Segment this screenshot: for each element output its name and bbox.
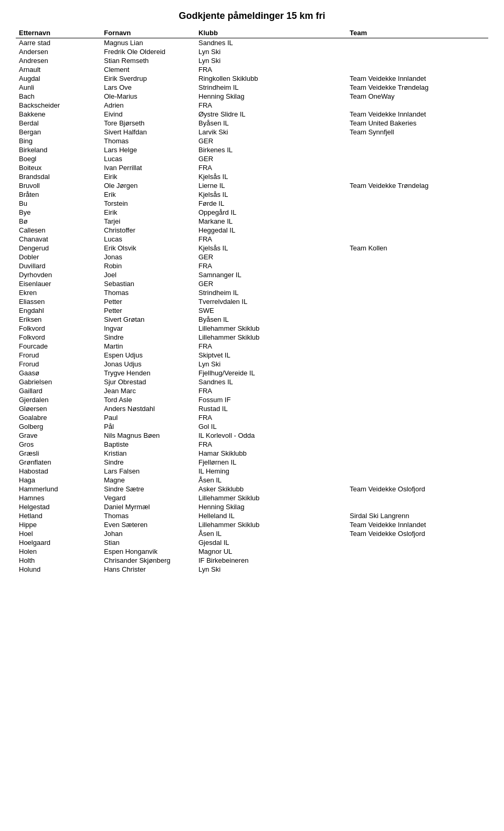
cell-etternavn: Folkvord [16,333,101,342]
cell-team [346,261,488,270]
cell-klubb: Lillehammer Skiklub [195,493,346,502]
table-row: BuTorsteinFørde IL [16,199,488,208]
cell-fornavn: Lucas [101,235,195,244]
table-row: BrandsdalEirikKjelsås IL [16,172,488,181]
table-row: FolkvordSindreLillehammer Skiklub [16,333,488,342]
cell-fornavn: Ole Jørgen [101,181,195,190]
table-row: ChanavatLucasFRA [16,235,488,244]
table-row: BirkelandLars HelgeBirkenes IL [16,145,488,154]
cell-team [346,351,488,360]
cell-etternavn: Bye [16,208,101,217]
cell-fornavn: Vegard [101,493,195,502]
table-row: BakkeneEivindØystre Slidre ILTeam Veidek… [16,110,488,119]
header-etternavn: Etternavn [16,28,101,38]
cell-team [346,253,488,261]
cell-team [346,422,488,431]
table-row: DoblerJonasGER [16,253,488,261]
cell-klubb: Lillehammer Skiklub [195,333,346,342]
cell-fornavn: Jonas Udjus [101,360,195,369]
cell-fornavn: Espen Udjus [101,351,195,360]
table-row: HabostadLars FalsenIL Heming [16,467,488,476]
table-row: HammerlundSindre SætreAsker SkiklubbTeam… [16,485,488,493]
cell-klubb: Asker Skiklubb [195,485,346,493]
table-row: HelgestadDaniel MyrmælHenning Skilag [16,502,488,511]
cell-team [346,38,488,48]
cell-etternavn: Gjerdalen [16,395,101,404]
table-row: BøTarjeiMarkane IL [16,217,488,226]
table-row: AunliLars OveStrindheim ILTeam Veidekke … [16,83,488,92]
cell-etternavn: Bach [16,92,101,101]
cell-fornavn: Jonas [101,253,195,261]
cell-team: Team Veidekke Innlandet [346,74,488,83]
cell-team: Team Veidekke Oslofjord [346,529,488,538]
table-row: BerdalTore BjørsethByåsen ILTeam United … [16,119,488,128]
cell-fornavn: Sindre [101,333,195,342]
cell-fornavn: Lars Ove [101,83,195,92]
cell-team [346,190,488,199]
cell-team [346,369,488,377]
table-row: GoalabrePaulFRA [16,413,488,422]
cell-etternavn: Hoel [16,529,101,538]
cell-klubb: Sandnes IL [195,38,346,48]
cell-team [346,476,488,485]
cell-fornavn: Tore Bjørseth [101,119,195,128]
cell-etternavn: Grønflaten [16,458,101,467]
cell-etternavn: Hamnes [16,493,101,502]
table-row: HippeEven SæterenLillehammer SkiklubTeam… [16,520,488,529]
cell-klubb: Byåsen IL [195,119,346,128]
cell-fornavn: Thomas [101,136,195,145]
cell-etternavn: Græsli [16,449,101,458]
cell-klubb: Lillehammer Skiklub [195,520,346,529]
cell-team: Team OneWay [346,92,488,101]
cell-team [346,538,488,547]
cell-team [346,208,488,217]
cell-fornavn: Joel [101,270,195,279]
cell-klubb: IF Birkebeineren [195,556,346,565]
cell-fornavn: Fredrik Ole Oldereid [101,47,195,56]
cell-fornavn: Magne [101,476,195,485]
cell-fornavn: Ivan Perrillat [101,163,195,172]
cell-klubb: IL Heming [195,467,346,476]
cell-team [346,56,488,65]
cell-team: Team Kollen [346,244,488,253]
table-row: BoiteuxIvan PerrillatFRA [16,163,488,172]
cell-klubb: FRA [195,386,346,395]
cell-etternavn: Hammerlund [16,485,101,493]
cell-klubb: GER [195,253,346,261]
table-row: GaasøTrygve HendenFjellhug/Vereide IL [16,369,488,377]
table-row: BachOle-MariusHenning SkilagTeam OneWay [16,92,488,101]
cell-etternavn: Holth [16,556,101,565]
table-row: Aarre stadMagnus LianSandnes IL [16,38,488,48]
cell-team [346,65,488,74]
table-row: HolthChrisander SkjønbergIF Birkebeinere… [16,556,488,565]
cell-klubb: Henning Skilag [195,92,346,101]
table-row: GolbergPålGol IL [16,422,488,431]
cell-fornavn: Tord Asle [101,395,195,404]
cell-klubb: FRA [195,163,346,172]
cell-klubb: Lyn Ski [195,56,346,65]
table-row: HagaMagneÅsen IL [16,476,488,485]
cell-klubb: IL Korlevoll - Odda [195,431,346,440]
cell-etternavn: Andresen [16,56,101,65]
cell-team [346,556,488,565]
cell-etternavn: Boiteux [16,163,101,172]
cell-klubb: Skiptvet IL [195,351,346,360]
cell-klubb: Byåsen IL [195,315,346,324]
cell-team [346,386,488,395]
cell-fornavn: Torstein [101,199,195,208]
cell-team: Team United Bakeries [346,119,488,128]
cell-etternavn: Brandsdal [16,172,101,181]
table-row: FrorudJonas UdjusLyn Ski [16,360,488,369]
cell-etternavn: Gaillard [16,386,101,395]
table-row: AndersenFredrik Ole OldereidLyn Ski [16,47,488,56]
table-row: EngdahlPetterSWE [16,306,488,315]
cell-fornavn: Baptiste [101,440,195,449]
cell-fornavn: Kristian [101,449,195,458]
cell-klubb: Heggedal IL [195,226,346,235]
cell-klubb: Kjelsås IL [195,244,346,253]
cell-team [346,172,488,181]
table-row: BackscheiderAdrienFRA [16,101,488,110]
cell-team: Team Veidekke Innlandet [346,520,488,529]
page-title: Godkjente påmeldinger 15 km fri [16,10,488,22]
cell-team [346,315,488,324]
